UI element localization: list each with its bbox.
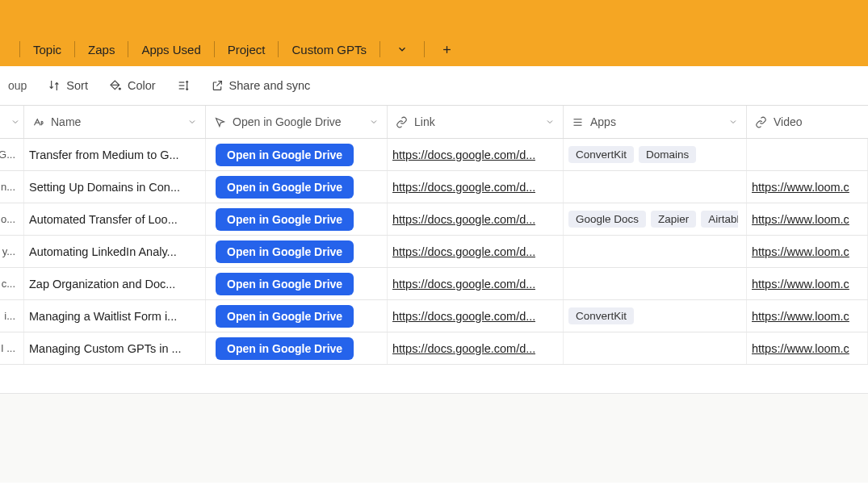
- tab-topic[interactable]: Topic: [31, 40, 63, 60]
- toolbar-group-partial[interactable]: oup: [8, 79, 27, 92]
- column-header-drive[interactable]: Open in Google Drive: [206, 106, 388, 138]
- video-url[interactable]: https://www.loom.c: [752, 278, 849, 291]
- column-header-first[interactable]: [0, 106, 24, 138]
- link-url[interactable]: https://docs.google.com/d...: [392, 278, 535, 291]
- toolbar-color[interactable]: Color: [109, 79, 156, 92]
- toolbar-sort[interactable]: Sort: [48, 79, 88, 92]
- app-tag[interactable]: ConvertKit: [568, 307, 634, 324]
- app-tag[interactable]: Zapier: [651, 211, 696, 228]
- link-url[interactable]: https://docs.google.com/d...: [392, 213, 535, 226]
- cell-apps: Google DocsZapierAirtabl: [564, 203, 747, 235]
- tab-custom-gpts[interactable]: Custom GPTs: [290, 40, 368, 60]
- link-url[interactable]: https://docs.google.com/d...: [392, 148, 535, 161]
- column-header-name[interactable]: Name: [24, 106, 206, 138]
- chevron-down-icon: [545, 117, 555, 127]
- cell-apps: [564, 332, 747, 364]
- cell-name[interactable]: Automating LinkedIn Analy...: [24, 236, 206, 267]
- toolbar-color-label: Color: [128, 79, 156, 92]
- open-in-google-drive-button[interactable]: Open in Google Drive: [216, 305, 354, 328]
- table-row[interactable]: o...Automated Transfer of Loo...Open in …: [0, 203, 868, 236]
- app-tag[interactable]: ConvertKit: [568, 146, 634, 163]
- link-url[interactable]: https://docs.google.com/d...: [392, 342, 535, 355]
- video-url[interactable]: https://www.loom.c: [752, 310, 849, 323]
- tab-divider: [19, 41, 20, 57]
- cell-name[interactable]: Transfer from Medium to G...: [24, 139, 206, 170]
- cell-link: https://docs.google.com/d...: [388, 203, 564, 235]
- toolbar: oup Sort Color Share and sync: [0, 66, 868, 105]
- column-header-video[interactable]: Video: [747, 106, 868, 138]
- app-tag[interactable]: Domains: [639, 146, 696, 163]
- open-in-google-drive-button[interactable]: Open in Google Drive: [216, 273, 354, 295]
- table-row[interactable]: n...Setting Up Domains in Con...Open in …: [0, 171, 868, 203]
- bottom-area: [0, 394, 868, 483]
- cell-name[interactable]: Zap Organization and Doc...: [24, 268, 206, 299]
- open-in-google-drive-button[interactable]: Open in Google Drive: [216, 208, 354, 231]
- cell-drive: Open in Google Drive: [206, 171, 388, 203]
- cell-drive: Open in Google Drive: [206, 268, 388, 299]
- chevron-down-icon: [369, 117, 379, 127]
- chevron-down-icon[interactable]: [392, 44, 413, 55]
- open-in-google-drive-button[interactable]: Open in Google Drive: [216, 337, 354, 360]
- cell-apps: [564, 171, 747, 203]
- toolbar-row-height[interactable]: [177, 79, 190, 92]
- app-tag[interactable]: Airtabl: [701, 211, 738, 228]
- cell-name-text: Setting Up Domains in Con...: [29, 181, 180, 194]
- table-body: G...Transfer from Medium to G...Open in …: [0, 139, 868, 365]
- cell-name-text: Managing a Waitlist Form i...: [29, 310, 177, 323]
- app-tag[interactable]: Google Docs: [568, 211, 646, 228]
- video-url[interactable]: https://www.loom.c: [752, 342, 849, 355]
- cell-name[interactable]: Managing Custom GPTs in ...: [24, 332, 206, 364]
- toolbar-share[interactable]: Share and sync: [211, 79, 311, 92]
- link-icon: [396, 116, 408, 128]
- list-icon: [572, 116, 584, 128]
- cell-name[interactable]: Setting Up Domains in Con...: [24, 171, 206, 203]
- share-icon: [211, 79, 224, 92]
- cell-name-text: Zap Organization and Doc...: [29, 278, 175, 291]
- tab-apps-used[interactable]: Apps Used: [140, 40, 202, 60]
- table-row[interactable]: i...Managing a Waitlist Form i...Open in…: [0, 300, 868, 332]
- link-url[interactable]: https://docs.google.com/d...: [392, 310, 535, 323]
- cell-leading: i...: [0, 300, 24, 332]
- plus-icon[interactable]: [436, 44, 458, 56]
- table-row[interactable]: c...Zap Organization and Doc...Open in G…: [0, 268, 868, 300]
- open-in-google-drive-button[interactable]: Open in Google Drive: [216, 176, 354, 199]
- column-header-video-label: Video: [774, 115, 803, 128]
- table-header: Name Open in Google Drive Link Apps: [0, 105, 868, 139]
- column-header-link-label: Link: [414, 115, 435, 128]
- link-url[interactable]: https://docs.google.com/d...: [392, 181, 535, 194]
- cell-link: https://docs.google.com/d...: [388, 268, 564, 299]
- video-url[interactable]: https://www.loom.c: [752, 181, 849, 194]
- table-row[interactable]: G...Transfer from Medium to G...Open in …: [0, 139, 868, 171]
- table-row[interactable]: I ...Managing Custom GPTs in ...Open in …: [0, 332, 868, 365]
- cell-drive: Open in Google Drive: [206, 139, 388, 170]
- video-url[interactable]: https://www.loom.c: [752, 213, 849, 226]
- cell-link: https://docs.google.com/d...: [388, 332, 564, 364]
- cell-leading: G...: [0, 139, 24, 170]
- cell-leading: c...: [0, 268, 24, 299]
- tab-project[interactable]: Project: [226, 40, 267, 60]
- cell-name-text: Managing Custom GPTs in ...: [29, 342, 182, 355]
- text-type-icon: [32, 116, 44, 128]
- table-row[interactable]: y...Automating LinkedIn Analy...Open in …: [0, 236, 868, 268]
- toolbar-sort-label: Sort: [66, 79, 88, 92]
- tab-divider: [278, 41, 279, 57]
- tab-zaps[interactable]: Zaps: [86, 40, 116, 60]
- cursor-icon: [214, 116, 226, 128]
- tabs-bar: Topic Zaps Apps Used Project Custom GPTs: [0, 32, 868, 66]
- cell-link: https://docs.google.com/d...: [388, 139, 564, 170]
- tab-divider: [214, 41, 215, 57]
- column-header-drive-label: Open in Google Drive: [233, 115, 342, 128]
- cell-name[interactable]: Automated Transfer of Loo...: [24, 203, 206, 235]
- video-url[interactable]: https://www.loom.c: [752, 245, 849, 258]
- column-header-apps[interactable]: Apps: [564, 106, 747, 138]
- paint-bucket-icon: [109, 79, 122, 92]
- link-icon: [755, 116, 767, 128]
- open-in-google-drive-button[interactable]: Open in Google Drive: [216, 240, 354, 263]
- column-header-link[interactable]: Link: [388, 106, 564, 138]
- cell-name[interactable]: Managing a Waitlist Form i...: [24, 300, 206, 332]
- cell-video: [747, 139, 868, 170]
- open-in-google-drive-button[interactable]: Open in Google Drive: [216, 144, 354, 166]
- cell-video: https://www.loom.c: [747, 171, 868, 203]
- cell-name-text: Automating LinkedIn Analy...: [29, 245, 177, 258]
- link-url[interactable]: https://docs.google.com/d...: [392, 245, 535, 258]
